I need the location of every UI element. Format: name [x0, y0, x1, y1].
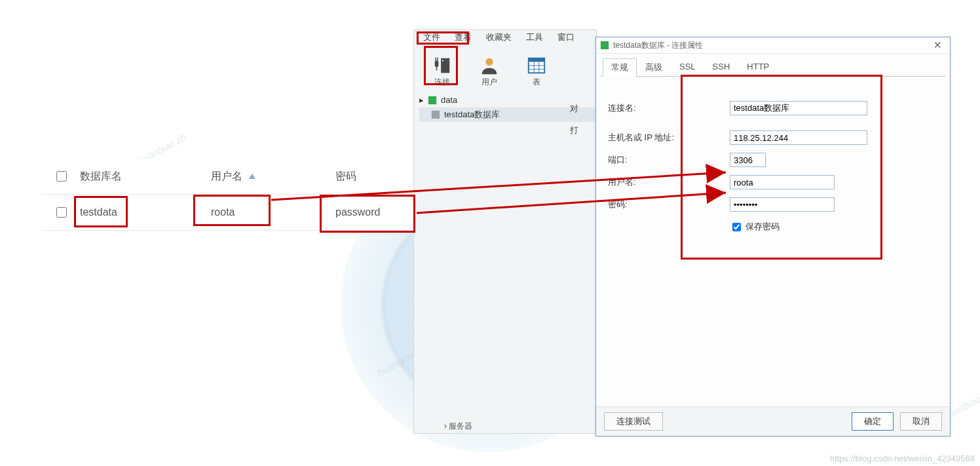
footer-watermark: https://blog.csdn.net/weixin_42349568: [830, 454, 975, 463]
input-password[interactable]: [730, 197, 835, 212]
label-save-password: 保存密码: [745, 221, 780, 233]
input-user[interactable]: [730, 175, 835, 189]
label-password: 密码:: [608, 199, 730, 210]
user-icon: [480, 56, 499, 75]
svg-rect-16: [428, 96, 436, 104]
row-port: 端口:: [608, 149, 938, 171]
toolbar: 连接 用户 表: [414, 47, 550, 89]
menu-window[interactable]: 窗口: [557, 31, 575, 43]
input-connection-name[interactable]: [730, 101, 867, 115]
table-row[interactable]: testdata roota password: [42, 195, 443, 231]
table-icon: [527, 56, 546, 75]
dialog-tabs: 常规 高级 SSL SSH HTTP: [596, 54, 950, 76]
close-icon: ✕: [933, 39, 942, 51]
table-header-row: 数据库名 用户名 密码: [42, 159, 443, 195]
dialog-title-text: testdata数据库 - 连接属性: [613, 40, 703, 51]
menu-file[interactable]: 文件: [423, 31, 440, 43]
app-icon: [600, 41, 609, 50]
toolbar-user-label: 用户: [481, 77, 497, 88]
tree-item-label: testdata数据库: [444, 107, 500, 122]
connection-properties-dialog: testdata数据库 - 连接属性 ✕ 常规 高级 SSL SSH HTTP …: [595, 37, 951, 437]
tab-ssh[interactable]: SSH: [704, 58, 739, 77]
row-checkbox[interactable]: [56, 207, 67, 218]
svg-rect-17: [432, 111, 440, 119]
test-connection-button[interactable]: 连接测试: [604, 412, 663, 431]
dialog-titlebar[interactable]: testdata数据库 - 连接属性 ✕: [596, 37, 950, 54]
label-port: 端口:: [608, 154, 730, 166]
checkbox-save-password[interactable]: [732, 223, 741, 231]
close-button[interactable]: ✕: [925, 37, 950, 53]
database-grey-icon: [431, 110, 440, 119]
database-icon: [428, 96, 437, 105]
chevron-right-icon: ▸: [419, 93, 424, 107]
cancel-button[interactable]: 取消: [900, 412, 942, 431]
truncated-opentable-label: 打: [570, 125, 578, 136]
header-username[interactable]: 用户名: [211, 170, 335, 184]
menu-fav[interactable]: 收藏夹: [486, 31, 512, 43]
header-dbname[interactable]: 数据库名: [80, 170, 211, 184]
servers-label: 服务器: [449, 421, 472, 431]
toolbar-table-label: 表: [533, 77, 540, 88]
toolbar-connect-label: 连接: [434, 77, 450, 88]
cell-username: roota: [211, 206, 335, 218]
row-checkbox-cell: [42, 205, 80, 220]
svg-point-9: [485, 58, 493, 66]
toolbar-table-button[interactable]: 表: [523, 49, 550, 89]
general-form: 连接名: 主机名或 IP 地址: 端口: 用户名: 密码: 保存密码: [596, 77, 950, 244]
row-user: 用户名:: [608, 171, 938, 193]
menubar: 文件 查看 收藏夹 工具 窗口: [414, 30, 575, 45]
row-connection-name: 连接名:: [608, 90, 938, 126]
toolbar-user-button[interactable]: 用户: [476, 49, 503, 89]
tab-general[interactable]: 常规: [603, 58, 637, 77]
cell-dbname: testdata: [80, 206, 211, 218]
dialog-footer: 连接测试 确定 取消: [596, 406, 950, 436]
chevron-right-icon: ›: [444, 421, 447, 431]
plug-server-icon: [432, 56, 452, 75]
statusbar-servers: › 服务器: [444, 421, 472, 432]
tab-http[interactable]: HTTP: [738, 58, 778, 77]
header-username-label: 用户名: [211, 170, 242, 182]
tree-item-label: data: [441, 93, 457, 107]
ok-button[interactable]: 确定: [852, 412, 894, 431]
navicat-window: 文件 查看 收藏夹 工具 窗口 连接: [413, 29, 597, 434]
truncated-objects-label: 对: [570, 103, 578, 115]
label-host: 主机名或 IP 地址:: [608, 132, 730, 144]
label-connection-name: 连接名:: [608, 102, 730, 114]
label-user: 用户名:: [608, 176, 730, 188]
tab-advanced[interactable]: 高级: [637, 58, 671, 77]
header-checkbox-cell: [42, 169, 80, 184]
svg-rect-18: [601, 41, 609, 49]
menu-tool[interactable]: 工具: [526, 31, 543, 43]
select-all-checkbox[interactable]: [56, 171, 67, 182]
row-password: 密码:: [608, 193, 938, 216]
svg-rect-5: [435, 61, 439, 67]
row-save-password: 保存密码: [608, 216, 938, 238]
db-credentials-table: 数据库名 用户名 密码 testdata roota password: [42, 159, 443, 231]
menu-view[interactable]: 查看: [455, 31, 472, 43]
sort-ascending-icon: [249, 174, 255, 179]
toolbar-connect-button[interactable]: 连接: [428, 49, 456, 89]
row-host: 主机名或 IP 地址:: [608, 126, 938, 149]
input-host[interactable]: [730, 130, 867, 145]
input-port[interactable]: [730, 153, 766, 167]
svg-rect-11: [529, 58, 544, 62]
tab-ssl[interactable]: SSL: [671, 58, 704, 77]
svg-rect-4: [442, 60, 443, 62]
